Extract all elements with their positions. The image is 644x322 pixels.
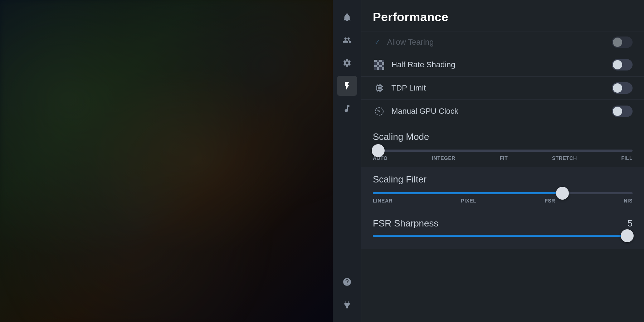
manual-gpu-clock-label: Manual GPU Clock bbox=[391, 107, 606, 116]
tdp-limit-row: TDP Limit bbox=[361, 76, 644, 99]
svg-point-32 bbox=[379, 111, 380, 112]
dark-overlay bbox=[0, 0, 333, 322]
panel-header: Performance bbox=[361, 0, 644, 31]
filter-option-nis: NIS bbox=[624, 198, 633, 204]
svg-rect-10 bbox=[379, 65, 382, 67]
page-title: Performance bbox=[373, 10, 633, 24]
manual-gpu-clock-toggle[interactable] bbox=[612, 106, 633, 117]
bell-icon bbox=[342, 13, 352, 22]
main-panel: Performance ✓ Allow Tearing bbox=[361, 0, 644, 322]
filter-option-fsr: FSR bbox=[545, 198, 555, 204]
scaling-filter-section: Scaling Filter LINEAR PIXEL FSR NIS bbox=[361, 167, 644, 211]
checkmark-icon: ✓ bbox=[373, 38, 381, 46]
scaling-option-fill: FILL bbox=[621, 155, 633, 161]
scaling-mode-title: Scaling Mode bbox=[373, 131, 633, 142]
sidebar-item-performance[interactable] bbox=[337, 76, 357, 96]
svg-rect-7 bbox=[382, 62, 384, 65]
svg-rect-13 bbox=[377, 67, 379, 70]
half-rate-shading-knob bbox=[613, 60, 622, 69]
sidebar-item-music[interactable] bbox=[337, 99, 357, 119]
fsr-sharpness-title: FSR Sharpness bbox=[373, 218, 439, 229]
lightning-icon bbox=[342, 81, 352, 91]
tdp-limit-label: TDP Limit bbox=[391, 83, 606, 93]
filter-option-linear: LINEAR bbox=[373, 198, 392, 204]
fsr-sharpness-slider-container bbox=[373, 235, 633, 237]
svg-rect-11 bbox=[382, 65, 384, 67]
checkerboard-svg bbox=[374, 60, 384, 70]
svg-rect-3 bbox=[382, 60, 384, 62]
svg-rect-5 bbox=[377, 62, 379, 65]
speedometer-svg bbox=[374, 106, 384, 116]
scaling-option-fit: FIT bbox=[500, 155, 508, 161]
allow-tearing-label: Allow Tearing bbox=[387, 38, 606, 47]
fsr-sharpness-track[interactable] bbox=[373, 235, 633, 237]
scaling-filter-labels: LINEAR PIXEL FSR NIS bbox=[373, 198, 633, 204]
half-rate-shading-icon bbox=[373, 58, 386, 71]
svg-rect-2 bbox=[379, 60, 382, 62]
sidebar-item-help[interactable] bbox=[337, 272, 357, 292]
manual-gpu-clock-row: Manual GPU Clock bbox=[361, 99, 644, 123]
scaling-option-stretch: STRETCH bbox=[552, 155, 577, 161]
fsr-sharpness-section: FSR Sharpness 5 bbox=[361, 211, 644, 249]
scaling-mode-knob[interactable] bbox=[372, 144, 385, 157]
chip-svg bbox=[374, 83, 384, 93]
game-background bbox=[0, 0, 333, 322]
scaling-filter-knob[interactable] bbox=[556, 187, 569, 200]
half-rate-shading-toggle[interactable] bbox=[612, 59, 633, 70]
half-rate-shading-row: Half Rate Shading bbox=[361, 53, 644, 76]
svg-rect-1 bbox=[377, 60, 379, 62]
tdp-limit-toggle[interactable] bbox=[612, 82, 633, 94]
svg-rect-9 bbox=[377, 65, 379, 67]
fsr-sharpness-value: 5 bbox=[628, 218, 633, 229]
half-rate-shading-label: Half Rate Shading bbox=[391, 60, 606, 69]
sidebar-item-plugins[interactable] bbox=[337, 295, 357, 315]
svg-rect-14 bbox=[379, 67, 382, 70]
allow-tearing-knob bbox=[613, 38, 622, 47]
scaling-mode-labels: AUTO INTEGER FIT STRETCH FILL bbox=[373, 155, 633, 161]
scaling-mode-track[interactable] bbox=[373, 150, 633, 152]
svg-rect-15 bbox=[382, 67, 384, 70]
question-icon bbox=[342, 277, 352, 287]
svg-rect-6 bbox=[379, 62, 382, 65]
manual-gpu-clock-icon bbox=[373, 105, 386, 118]
tdp-limit-icon bbox=[373, 82, 386, 94]
scaling-filter-slider-container bbox=[373, 192, 633, 194]
scaling-filter-track[interactable] bbox=[373, 192, 633, 194]
plug-icon bbox=[342, 300, 352, 309]
sidebar-item-settings[interactable] bbox=[337, 53, 357, 73]
sidebar bbox=[333, 0, 361, 322]
svg-rect-0 bbox=[374, 60, 377, 62]
svg-rect-12 bbox=[374, 67, 377, 70]
settings-section: ✓ Allow Tearing bbox=[361, 31, 644, 123]
scaling-mode-section: Scaling Mode AUTO INTEGER FIT STRETCH FI… bbox=[361, 123, 644, 161]
friends-icon bbox=[342, 35, 352, 45]
sidebar-item-notifications[interactable] bbox=[337, 7, 357, 27]
manual-gpu-clock-knob bbox=[613, 107, 622, 116]
scaling-mode-slider-container bbox=[373, 150, 633, 152]
filter-option-pixel: PIXEL bbox=[461, 198, 476, 204]
tdp-limit-knob bbox=[613, 83, 622, 93]
allow-tearing-row: ✓ Allow Tearing bbox=[361, 31, 644, 53]
svg-rect-4 bbox=[374, 62, 377, 65]
scaling-option-integer: INTEGER bbox=[432, 155, 455, 161]
sidebar-item-friends[interactable] bbox=[337, 30, 357, 50]
allow-tearing-toggle[interactable] bbox=[612, 36, 633, 48]
fsr-sharpness-knob[interactable] bbox=[621, 229, 634, 242]
svg-rect-8 bbox=[374, 65, 377, 67]
scaling-filter-title: Scaling Filter bbox=[373, 174, 633, 185]
gear-icon bbox=[342, 58, 352, 68]
svg-rect-17 bbox=[378, 87, 381, 89]
music-icon bbox=[342, 104, 352, 113]
fsr-sharpness-row: FSR Sharpness 5 bbox=[373, 218, 633, 229]
